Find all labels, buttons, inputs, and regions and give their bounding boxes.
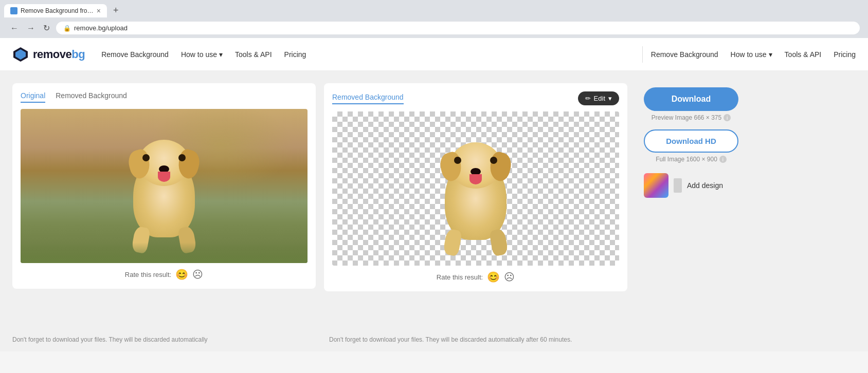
- removed-bg-image: [332, 111, 619, 266]
- logo-area[interactable]: removebg: [12, 46, 85, 63]
- forward-button[interactable]: →: [25, 22, 37, 35]
- rate-label-right: Rate this result:: [437, 273, 483, 281]
- tab-title: Remove Background from Image: [21, 7, 94, 14]
- svg-marker-0: [11, 8, 17, 14]
- nav-remove-background[interactable]: Remove Background: [101, 50, 169, 59]
- browser-chrome: Remove Background from Image × + ← → ↻ 🔒…: [0, 0, 868, 38]
- full-info-text: Full Image 1600 × 900: [656, 156, 717, 163]
- chevron-down-icon: ▾: [219, 50, 223, 59]
- nav-links-left: Remove Background How to use ▾ Tools & A…: [101, 50, 634, 59]
- happy-icon-left[interactable]: 😊: [175, 268, 188, 281]
- active-tab[interactable]: Remove Background from Image ×: [4, 4, 107, 17]
- tab-removed-left[interactable]: Removed Background: [56, 91, 127, 103]
- nav-right-remove-background[interactable]: Remove Background: [651, 50, 718, 59]
- tab-favicon: [10, 7, 17, 14]
- logo-icon: [12, 46, 29, 63]
- rate-row-right: Rate this result: 😊 ☹: [332, 271, 619, 283]
- lock-icon: 🔒: [63, 25, 71, 32]
- add-design-label: Add design: [687, 181, 723, 190]
- original-image-container: [21, 109, 308, 263]
- nav-how-to-use[interactable]: How to use ▾: [181, 50, 223, 59]
- original-image: [21, 109, 308, 263]
- address-bar-row: ← → ↻ 🔒 remove.bg/upload: [4, 18, 864, 38]
- chevron-down-icon-right: ▾: [769, 50, 772, 59]
- design-thumbnail: [644, 173, 668, 198]
- nav-separator: [642, 46, 643, 63]
- back-button[interactable]: ←: [8, 22, 21, 35]
- main-content: Original Removed Background: [0, 71, 868, 328]
- full-info: Full Image 1600 × 900 i: [644, 156, 738, 163]
- rate-label-left: Rate this result:: [125, 271, 171, 278]
- tab-removed-right[interactable]: Removed Background: [332, 93, 404, 104]
- happy-icon-right[interactable]: 😊: [487, 271, 500, 283]
- removed-image-container: [332, 111, 619, 266]
- nav-right-how-to-use[interactable]: How to use ▾: [731, 50, 772, 59]
- download-button[interactable]: Download: [644, 87, 738, 111]
- new-tab-button[interactable]: +: [109, 3, 123, 18]
- sad-icon-right[interactable]: ☹: [504, 271, 515, 283]
- puppy-body: [123, 140, 205, 253]
- tab-bar: Remove Background from Image × +: [4, 3, 864, 18]
- removed-panel: Removed Background ✏ Edit ▾: [324, 83, 627, 291]
- logo-text: removebg: [33, 48, 85, 61]
- pencil-icon: ✏: [585, 95, 591, 102]
- footer-note: Don't forget to download your files. The…: [0, 328, 868, 351]
- full-info-icon[interactable]: i: [719, 156, 727, 163]
- edit-chevron-icon: ▾: [608, 95, 612, 102]
- navbar: removebg Remove Background How to use ▾ …: [0, 38, 868, 71]
- close-tab-button[interactable]: ×: [97, 7, 101, 14]
- panels-row: Original Removed Background: [12, 83, 856, 291]
- removed-panel-header: Removed Background ✏ Edit ▾: [332, 91, 619, 105]
- nav-pricing[interactable]: Pricing: [284, 50, 306, 59]
- nav-links-right: Remove Background How to use ▾ Tools & A…: [651, 50, 856, 59]
- sad-icon-left[interactable]: ☹: [192, 268, 203, 281]
- url-text: remove.bg/upload: [74, 24, 128, 32]
- add-design-row[interactable]: Add design: [644, 173, 738, 198]
- panel-tabs-left: Original Removed Background: [21, 91, 308, 103]
- footer-note-right: Don't forget to download your files. The…: [321, 336, 856, 343]
- download-hd-button[interactable]: Download HD: [644, 129, 738, 153]
- original-panel: Original Removed Background: [12, 83, 316, 289]
- preview-info-icon[interactable]: i: [724, 114, 731, 121]
- rate-row-left: Rate this result: 😊 ☹: [21, 268, 308, 281]
- preview-info: Preview Image 666 × 375 i: [644, 114, 738, 121]
- sidebar-actions: Download Preview Image 666 × 375 i Downl…: [636, 83, 738, 202]
- nav-right-pricing[interactable]: Pricing: [834, 50, 856, 59]
- edit-label: Edit: [594, 95, 605, 102]
- address-bar[interactable]: 🔒 remove.bg/upload: [56, 22, 860, 34]
- nav-right-tools-api[interactable]: Tools & API: [785, 50, 822, 59]
- edit-button[interactable]: ✏ Edit ▾: [578, 91, 619, 105]
- design-pages-icon: [674, 178, 682, 193]
- refresh-button[interactable]: ↻: [41, 21, 52, 35]
- tab-original[interactable]: Original: [21, 91, 45, 103]
- footer-note-left: Don't forget to download your files. The…: [12, 336, 321, 343]
- site-wrapper: removebg Remove Background How to use ▾ …: [0, 38, 868, 351]
- preview-info-text: Preview Image 666 × 375: [652, 114, 721, 121]
- nav-tools-api[interactable]: Tools & API: [235, 50, 272, 59]
